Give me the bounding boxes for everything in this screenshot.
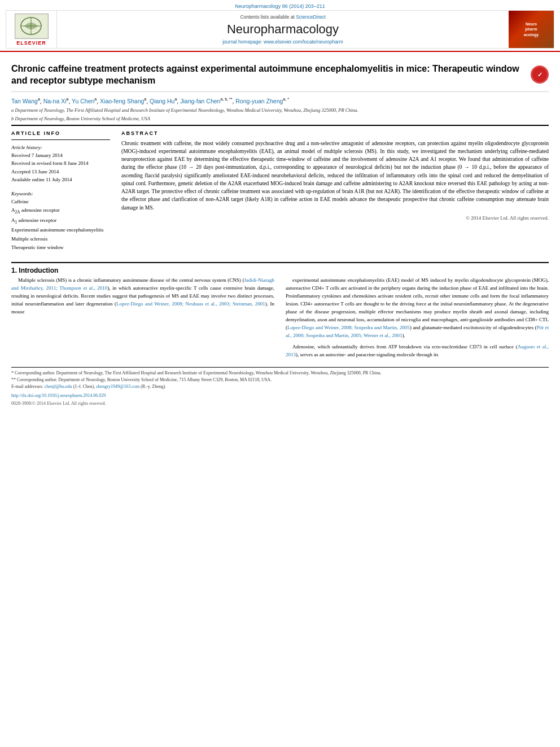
science-direct-link[interactable]: ScienceDirect <box>296 14 325 20</box>
intro-p2: experimental autoimmune encephalomyeliti… <box>286 277 549 340</box>
article-title: Chronic caffeine treatment protects agai… <box>11 63 531 87</box>
keyword-a2a: A2A adenosine receptor <box>11 206 110 216</box>
intro-body: Multiple sclerosis (MS) is a chronic inf… <box>11 277 549 362</box>
keywords-section: Keywords: Caffeine A2A adenosine recepto… <box>11 190 110 252</box>
intro-p1: Multiple sclerosis (MS) is a chronic inf… <box>11 277 274 316</box>
info-divider <box>11 139 110 140</box>
keyword-caffeine: Caffeine <box>11 198 110 206</box>
journal-ref: Neuropharmacology 86 (2014) 203–211 <box>0 3 560 9</box>
article-info-abstract: ARTICLE INFO Article history: Received 7… <box>11 125 549 257</box>
keyword-window: Therapeutic time window <box>11 243 110 252</box>
doi-link[interactable]: http://dx.doi.org/10.1016/j.neuropharm.2… <box>11 392 549 399</box>
issn-line: 0028-3908/© 2014 Elsevier Ltd. All right… <box>11 400 549 407</box>
introduction-section: 1. Introduction Multiple sclerosis (MS) … <box>11 262 549 362</box>
homepage-link[interactable]: journal homepage: www.elsevier.com/locat… <box>222 39 343 45</box>
keyword-ms: Multiple sclerosis <box>11 235 110 243</box>
neuro-logo-text: Neuropharmacology <box>524 21 539 37</box>
abstract-label: ABSTRACT <box>121 130 549 136</box>
neuro-logo: Neuropharmacology <box>509 11 554 48</box>
svg-text:✓: ✓ <box>537 71 542 78</box>
abstract-text: Chronic treatment with caffeine, the mos… <box>121 139 549 212</box>
header-center: Contents lists available at ScienceDirec… <box>57 11 509 48</box>
title-section: Chronic caffeine treatment protects agai… <box>11 58 549 92</box>
crossmark-badge: ✓ <box>531 65 549 84</box>
abstract-col: ABSTRACT Chronic treatment with caffeine… <box>121 130 549 252</box>
section-number: 1. Introduction <box>11 267 549 274</box>
intro-col1: Multiple sclerosis (MS) is a chronic inf… <box>11 277 274 362</box>
footnote-email: E-mail addresses: chenjf@bu.edu (J.-f. C… <box>11 383 549 390</box>
journal-name: Neuropharmacology <box>227 22 339 37</box>
intro-p3: Adenosine, which substantially derives f… <box>286 343 549 359</box>
keyword-a1: A1 adenosine receptor <box>11 216 110 226</box>
authors-section: Tan Wanga, Na-na Xia, Yu Chena, Xiao-fen… <box>11 92 549 125</box>
intro-col2: experimental autoimmune encephalomyeliti… <box>286 277 549 362</box>
article-info-col: ARTICLE INFO Article history: Received 7… <box>11 130 110 252</box>
article-info-label: ARTICLE INFO <box>11 130 110 136</box>
homepage-line: journal homepage: www.elsevier.com/locat… <box>222 39 343 45</box>
authors-line: Tan Wanga, Na-na Xia, Yu Chena, Xiao-fen… <box>11 97 549 106</box>
footnote-corresponding1: * Corresponding author. Department of Ne… <box>11 370 549 377</box>
footnote-corresponding2: ** Corresponding author. Department of N… <box>11 377 549 383</box>
copyright-line: © 2014 Elsevier Ltd. All rights reserved… <box>121 215 549 221</box>
keyword-eae: Experimental autoimmune encephalomyeliti… <box>11 226 110 234</box>
footnotes: * Corresponding author. Department of Ne… <box>11 367 549 407</box>
affiliation-b: b Department of Neurology, Boston Univer… <box>11 116 549 123</box>
elsevier-text: ELSEVIER <box>16 40 46 46</box>
elsevier-logo: ELSEVIER <box>6 11 57 48</box>
header-inner: ELSEVIER Contents lists available at Sci… <box>6 10 554 49</box>
article-content: Chronic caffeine treatment protects agai… <box>0 52 560 413</box>
affiliation-a: a Department of Neurology, The First Aff… <box>11 107 549 114</box>
elsevier-icon <box>15 14 49 39</box>
contents-line: Contents lists available at ScienceDirec… <box>240 14 325 20</box>
journal-header: Neuropharmacology 86 (2014) 203–211 ELSE… <box>0 0 560 52</box>
article-history: Article history: Received 7 January 2014… <box>11 143 110 184</box>
